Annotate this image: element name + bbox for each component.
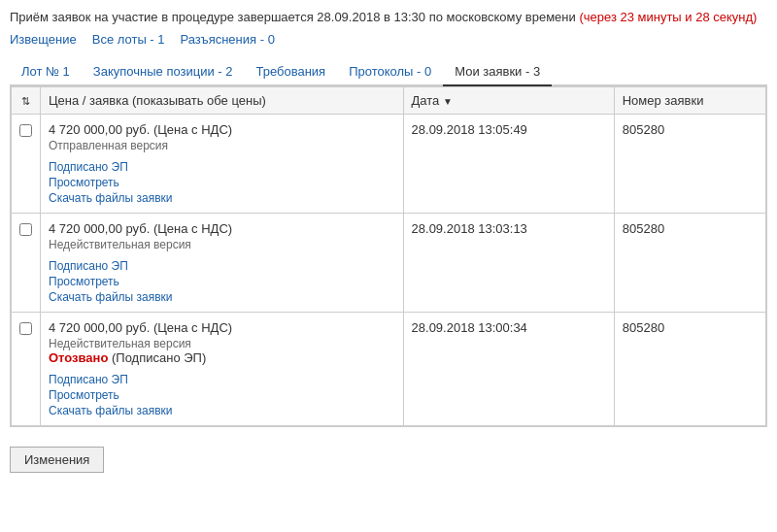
bids-table: ⇅ Цена / заявка (показывать обе цены) Да…	[11, 86, 766, 426]
notice-main-text: Приём заявок на участие в процедуре заве…	[10, 10, 576, 24]
row-price-cell-2: 4 720 000,00 руб. (Цена с НДС)Недействит…	[41, 313, 404, 426]
nav-item-2[interactable]: Разъяснения - 0	[181, 32, 275, 47]
col-number-header: Номер заявки	[614, 87, 765, 115]
notice-countdown: (через 23 минуты и 28 секунд)	[576, 10, 758, 24]
row-link-2-2[interactable]: Скачать файлы заявки	[49, 404, 395, 417]
tab-positions[interactable]: Закупочные позиции - 2	[82, 58, 245, 86]
row-link-0-2[interactable]: Скачать файлы заявки	[49, 191, 395, 205]
nav-item-0[interactable]: Извещение	[10, 32, 77, 47]
top-notice: Приём заявок на участие в процедуре заве…	[10, 10, 767, 24]
row-link-2-0[interactable]: Подписано ЭП	[49, 373, 395, 386]
row-checkbox-2	[12, 313, 41, 426]
date-label: Дата	[412, 93, 440, 108]
row-checkbox-1	[12, 214, 41, 313]
row-links-0: Подписано ЭППросмотретьСкачать файлы зая…	[49, 160, 395, 205]
sort-arrows-icon[interactable]: ⇅	[21, 95, 30, 107]
row-checkbox-input-1[interactable]	[19, 223, 32, 236]
row-checkbox-0	[12, 115, 41, 214]
row-number-0: 805280	[614, 115, 765, 214]
row-status-2: Недействительная версия	[49, 337, 395, 350]
row-status-0: Отправленная версия	[49, 139, 395, 152]
table-row: 4 720 000,00 руб. (Цена с НДС)Недействит…	[12, 313, 766, 426]
col-price-header: Цена / заявка (показывать обе цены)	[41, 87, 404, 115]
row-checkbox-input-0[interactable]	[19, 124, 32, 137]
bids-table-wrap: ⇅ Цена / заявка (показывать обе цены) Да…	[10, 86, 767, 427]
nav-item-1[interactable]: Все лоты - 1	[92, 32, 165, 47]
revoked-sub-2: (Подписано ЭП)	[108, 350, 206, 365]
row-price-value-1: 4 720 000,00 руб. (Цена с НДС)	[49, 221, 395, 236]
tab-my-bids[interactable]: Мои заявки - 3	[443, 58, 552, 86]
col-date-header: Дата ▼	[403, 87, 614, 115]
row-checkbox-input-2[interactable]	[19, 322, 32, 335]
row-link-1-2[interactable]: Скачать файлы заявки	[49, 290, 395, 304]
row-date-2: 28.09.2018 13:00:34	[403, 313, 614, 426]
row-link-0-0[interactable]: Подписано ЭП	[49, 160, 395, 174]
row-links-2: Подписано ЭППросмотретьСкачать файлы зая…	[49, 373, 395, 417]
changes-button-wrap: Изменения	[10, 437, 767, 473]
tabs: Лот № 1 Закупочные позиции - 2 Требовани…	[10, 58, 767, 86]
row-price-cell-1: 4 720 000,00 руб. (Цена с НДС)Недействит…	[41, 214, 404, 313]
row-number-2: 805280	[614, 313, 765, 426]
tab-protocols[interactable]: Протоколы - 0	[337, 58, 443, 86]
sort-icon-header[interactable]: ⇅	[12, 87, 41, 115]
row-links-1: Подписано ЭППросмотретьСкачать файлы зая…	[49, 259, 395, 304]
row-price-value-0: 4 720 000,00 руб. (Цена с НДС)	[49, 122, 395, 137]
nav-links: Извещение Все лоты - 1 Разъяснения - 0	[10, 32, 767, 47]
row-price-value-2: 4 720 000,00 руб. (Цена с НДС)	[49, 320, 395, 335]
row-link-0-1[interactable]: Просмотреть	[49, 176, 395, 189]
row-date-1: 28.09.2018 13:03:13	[403, 214, 614, 313]
row-status-1: Недействительная версия	[49, 238, 395, 251]
row-price-cell-0: 4 720 000,00 руб. (Цена с НДС)Отправленн…	[41, 115, 404, 214]
revoked-text-2: Отозвано	[49, 350, 108, 365]
row-number-1: 805280	[614, 214, 765, 313]
changes-button[interactable]: Изменения	[10, 447, 104, 473]
table-row: 4 720 000,00 руб. (Цена с НДС)Отправленн…	[12, 115, 766, 214]
table-row: 4 720 000,00 руб. (Цена с НДС)Недействит…	[12, 214, 766, 313]
row-link-1-1[interactable]: Просмотреть	[49, 275, 395, 288]
date-sort-arrow[interactable]: ▼	[443, 96, 453, 107]
row-revoked-2: Отозвано (Подписано ЭП)	[49, 350, 395, 365]
row-date-0: 28.09.2018 13:05:49	[403, 115, 614, 214]
row-link-1-0[interactable]: Подписано ЭП	[49, 259, 395, 273]
tab-requirements[interactable]: Требования	[244, 58, 337, 86]
tab-lot[interactable]: Лот № 1	[10, 58, 82, 86]
row-link-2-1[interactable]: Просмотреть	[49, 388, 395, 402]
